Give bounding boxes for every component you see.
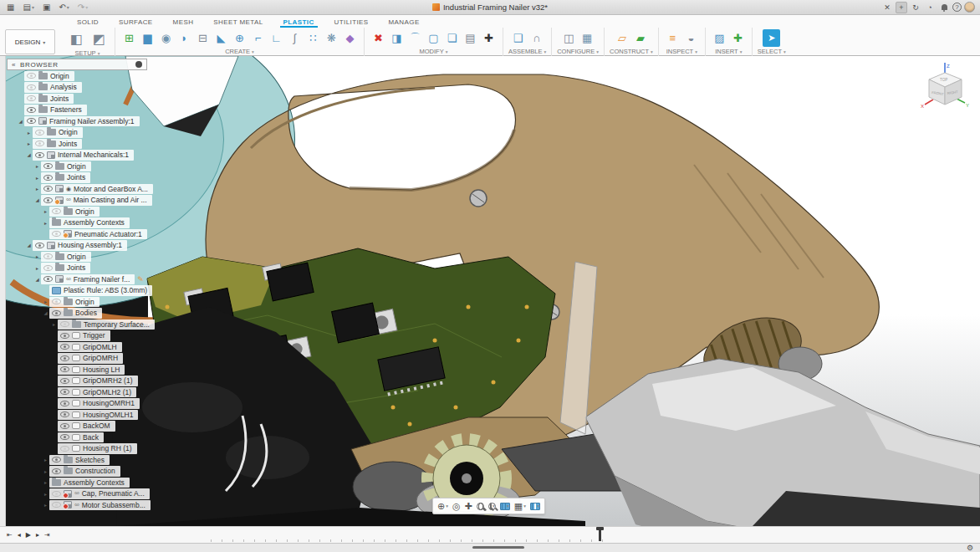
visibility-eye-icon[interactable] (27, 73, 36, 79)
visibility-eye-icon[interactable] (52, 231, 61, 237)
3d-viewport[interactable]: « BROWSER ∞ ◉ Origin ✎ (0, 56, 980, 526)
browser-row[interactable]: ∞ ◉ Housing LH ✎ (7, 364, 154, 376)
browser-row[interactable]: ∞ ◉ Origin ✎ (7, 161, 154, 172)
browser-options-icon[interactable] (135, 61, 142, 68)
expander-icon[interactable] (33, 197, 41, 202)
timeline-feature[interactable] (488, 529, 498, 539)
visibility-eye-icon[interactable] (35, 152, 44, 158)
visibility-eye-icon[interactable] (60, 344, 69, 350)
browser-row[interactable]: ∞ ◉ Main Casting and Air ... ✎ (7, 195, 154, 207)
expander-icon[interactable] (42, 299, 49, 304)
expander-icon[interactable] (42, 468, 49, 474)
workspace-tab[interactable]: SHEET METAL (203, 17, 273, 28)
browser-row[interactable]: ∞ ◉ Temporary Surface... ✎ (7, 319, 154, 330)
timeline-feature[interactable] (388, 529, 397, 539)
visibility-eye-icon[interactable] (43, 276, 53, 282)
expander-icon[interactable] (42, 208, 49, 214)
timeline-feature[interactable] (237, 529, 247, 539)
visibility-eye-icon[interactable] (52, 491, 61, 497)
joint-icon[interactable]: ∩ (528, 29, 545, 47)
visibility-eye-icon[interactable] (52, 299, 61, 304)
combine-icon[interactable]: ❏ (443, 29, 461, 47)
timeline-feature[interactable] (308, 529, 317, 539)
timeline-feature[interactable] (227, 529, 237, 539)
expander-icon[interactable] (25, 243, 33, 248)
timeline-feature[interactable] (498, 529, 508, 539)
display-settings-icon[interactable]: ▾ (500, 503, 510, 510)
workspace-tab[interactable]: MANAGE (379, 17, 430, 28)
expander-icon[interactable] (33, 163, 41, 169)
grid-snaps-icon[interactable]: ▦ ▾ (514, 502, 526, 511)
notifications-bell-icon[interactable] (938, 2, 950, 13)
timeline-feature[interactable] (579, 529, 588, 539)
timeline-feature[interactable] (518, 529, 528, 539)
timeline-feature[interactable] (348, 529, 357, 539)
timeline-feature[interactable] (217, 529, 227, 539)
shell-icon[interactable]: ▢ (425, 29, 442, 47)
expander-icon[interactable] (42, 479, 49, 485)
timeline-feature[interactable] (358, 529, 367, 539)
visibility-eye-icon[interactable] (60, 411, 69, 417)
timeline-playhead[interactable] (599, 528, 601, 541)
timeline-feature[interactable] (268, 529, 277, 539)
expander-icon[interactable] (17, 119, 24, 124)
job-status-icon[interactable]: ↻ (910, 2, 921, 13)
timeline-feature[interactable] (458, 529, 467, 539)
snap-fit-icon[interactable]: ∫ (286, 29, 304, 47)
timeline-feature[interactable] (368, 529, 377, 539)
expander-icon[interactable] (33, 186, 41, 192)
browser-row[interactable]: ∞ ◉ GripOMRH2 (1) ✎ (7, 376, 154, 387)
browser-row[interactable]: ∞ ◉ Origin ✎ (7, 296, 154, 308)
browser-row[interactable]: ∞ ◉ Internal Mechanicals:1 ✎ (7, 150, 154, 161)
workspace-tab[interactable]: SURFACE (109, 17, 163, 28)
timeline-feature[interactable] (258, 529, 267, 539)
browser-row[interactable]: ∞ ◉ GripOMLH ✎ (7, 341, 154, 353)
visibility-eye-icon[interactable] (52, 208, 61, 214)
timeline-feature[interactable] (549, 529, 558, 539)
settings-gear-icon[interactable]: ⚙ (967, 544, 973, 552)
step-forward-button[interactable]: ▸ (36, 532, 39, 539)
expander-icon[interactable] (42, 310, 49, 315)
timeline-feature[interactable] (248, 529, 257, 539)
browser-row[interactable]: ∞ ◉ Joints ✎ (7, 172, 154, 184)
expander-icon[interactable] (33, 253, 41, 259)
timeline-feature[interactable] (559, 529, 568, 539)
workspace-tab[interactable]: SOLID (67, 17, 109, 28)
visibility-eye-icon[interactable] (60, 434, 69, 440)
browser-row[interactable]: ∞ ◉ Joints ✎ (7, 93, 154, 105)
browser-row[interactable]: ∞ ◉ Pneumatic Actuator:1 ✎ (7, 228, 154, 240)
browser-row[interactable]: ∞ ◉ Bodies ✎ (7, 308, 154, 319)
workspace-tab[interactable]: UTILITIES (324, 17, 379, 28)
expander-icon[interactable] (33, 265, 41, 271)
timeline-feature[interactable] (428, 529, 437, 539)
timeline-feature[interactable] (528, 529, 538, 539)
timeline-feature[interactable] (478, 529, 487, 539)
timeline-feature[interactable] (408, 529, 417, 539)
timeline-feature[interactable] (298, 529, 307, 539)
expander-icon[interactable] (25, 152, 33, 157)
measure-icon[interactable]: ≡ (664, 29, 681, 47)
visibility-eye-icon[interactable] (60, 333, 69, 339)
visibility-eye-icon[interactable] (52, 502, 61, 508)
browser-row[interactable]: ∞ ◉ HousingOMRH1 ✎ (7, 398, 154, 410)
timeline-feature[interactable] (378, 529, 387, 539)
profile-avatar[interactable] (964, 2, 975, 13)
undo-icon[interactable]: ↶ ▾ (55, 1, 72, 14)
collapse-panel-icon[interactable]: « (12, 61, 16, 69)
create-sketch-icon[interactable]: ⊞ (120, 29, 138, 47)
visibility-eye-icon[interactable] (60, 355, 69, 361)
toolbar-group-label[interactable]: CONFIGURE ▾ (557, 48, 599, 55)
browser-row[interactable]: ∞ ◉ Construction ✎ (7, 466, 154, 478)
pattern-icon[interactable]: ⊟ (194, 29, 212, 47)
file-menu-icon[interactable]: ▤ ▾ (19, 1, 37, 14)
configure-icon[interactable]: ◫ (560, 29, 578, 47)
expander-icon[interactable] (25, 130, 33, 135)
step-back-button[interactable]: ◂ (18, 532, 21, 539)
visibility-eye-icon[interactable] (43, 163, 53, 169)
visibility-eye-icon[interactable] (43, 175, 53, 181)
viewports-icon[interactable]: ▾ (530, 503, 540, 510)
visibility-eye-icon[interactable] (60, 321, 69, 327)
fit-icon[interactable]: ▾ (488, 503, 496, 510)
revolve-icon[interactable]: ◉ (157, 29, 175, 47)
loft-icon[interactable]: ◣ (212, 29, 230, 47)
